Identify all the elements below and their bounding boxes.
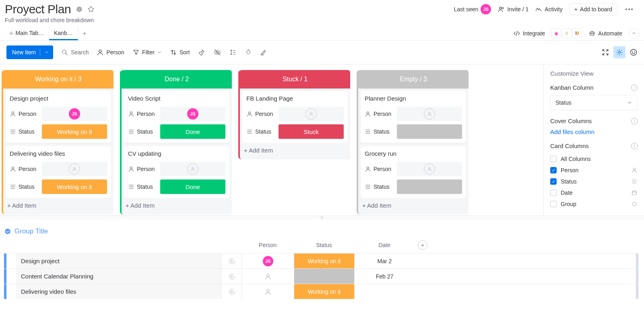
add-item-button[interactable]: + Add Item [240,143,350,157]
checkbox-group[interactable]: Group [550,198,638,210]
card-person[interactable] [42,162,107,176]
info-icon[interactable]: i [631,143,638,149]
add-item-button[interactable]: + Add Item [3,198,114,212]
automate-button[interactable]: Automate [588,30,622,37]
last-seen[interactable]: Last seen JS [454,4,491,14]
checkbox-person[interactable]: Person [550,165,638,176]
card-title: Design project [10,95,107,102]
star-icon[interactable] [87,5,95,13]
card-status[interactable]: Working on it [42,124,107,139]
kanban-card[interactable]: Delivering video filesPersonStatusWorkin… [6,146,111,198]
add-comment-button[interactable] [221,284,242,299]
card-person[interactable]: JS [160,107,225,121]
checkbox-status[interactable]: Status [550,176,638,187]
table-row[interactable]: Content Calendar PlanningFeb 27 [4,268,638,284]
cell-status[interactable] [294,269,354,284]
card-person[interactable]: JS [42,107,107,121]
info-icon[interactable]: i [631,118,638,124]
column-header[interactable]: Working on it / 3 [3,70,114,89]
card-person[interactable] [160,162,225,176]
filter-button[interactable]: Filter [132,49,162,56]
collapse-icon[interactable] [601,48,609,56]
card-person[interactable] [397,162,462,176]
add-files-column-link[interactable]: Add files column [550,128,638,135]
add-item-button[interactable]: + Add Item [122,198,232,212]
card-status[interactable]: Working on it [42,179,107,194]
kanban-card[interactable]: FB Landing PagePersonStatusStuck [242,91,348,143]
status-label: Status [10,128,39,135]
add-comment-button[interactable] [221,269,242,284]
cell-person[interactable] [242,284,294,299]
card-person[interactable] [279,107,344,121]
add-to-board-button[interactable]: + Add to board [569,3,617,15]
column-header[interactable]: Empty / 3 [358,70,469,89]
sort-button[interactable]: Sort [170,49,190,56]
kanban-column-select[interactable]: Status [550,95,638,110]
card-status[interactable]: Stuck [279,124,344,139]
cell-status[interactable]: Working on it [294,254,354,268]
card-person[interactable] [397,107,462,121]
kanban-card[interactable]: Planner DesignPersonStatus [361,91,466,143]
view-settings-button[interactable] [613,46,625,58]
collapse-group-icon[interactable] [4,228,11,235]
avatar: JS [481,4,491,14]
info-icon[interactable]: i [76,6,83,13]
invite-button[interactable]: Invite / 1 [497,6,528,13]
collapse-header-button[interactable] [629,28,639,39]
item-name[interactable]: Content Calendar Planning [16,269,221,284]
column-header[interactable]: Done / 2 [122,70,232,89]
cell-date[interactable] [354,284,415,299]
kanban-card[interactable]: Grocery runPersonStatus [361,146,466,198]
add-comment-button[interactable] [221,254,242,268]
conversation-icon[interactable] [630,48,638,56]
kanban-card[interactable]: CV updatingPersonStatusDone [124,146,229,198]
info-icon[interactable]: i [631,85,638,91]
kanban-card[interactable]: Video ScriptPersonJSStatusDone [124,91,229,143]
card-status[interactable]: Done [160,124,225,139]
item-name[interactable]: Delivering video files [16,284,221,299]
height-icon[interactable] [229,49,237,56]
card-status[interactable] [397,124,462,139]
board-title[interactable]: Proyect Plan [5,2,71,16]
status-icon [631,178,638,185]
table-row[interactable]: Design projectJSWorking on itMar 2 [4,253,638,268]
pin-icon[interactable] [198,49,205,56]
cell-person[interactable] [242,269,294,284]
split-drag-handle[interactable]: ⠿ [0,215,644,219]
col-status[interactable]: Status [294,242,354,248]
add-item-button[interactable]: + Add Item [358,198,469,212]
item-name[interactable]: Design project [16,254,221,268]
table-row[interactable]: Delivering video filesWorking on it [4,284,638,299]
more-menu-icon[interactable] [624,8,634,10]
cell-date[interactable]: Mar 2 [354,254,415,268]
col-date[interactable]: Date [354,242,415,248]
add-view-button[interactable]: + [78,27,91,40]
integrate-button[interactable]: Integrate [513,30,545,37]
person-filter[interactable]: Person [97,49,124,56]
cell-date[interactable]: Feb 27 [354,269,415,284]
integration-icon-1[interactable]: ◉ [551,29,561,38]
col-person[interactable]: Person [242,242,294,248]
search-button[interactable]: Search [61,49,89,56]
cell-status[interactable]: Working on it [294,284,354,299]
activity-button[interactable]: Activity [535,6,562,13]
gmail-icon[interactable]: M [572,29,582,38]
new-item-button[interactable]: New Item [6,45,53,59]
column-header[interactable]: Stuck / 1 [240,70,350,89]
tab-kanban[interactable]: Kanb… [49,27,78,40]
checkbox-date[interactable]: Date [550,187,638,198]
svg-point-20 [310,112,312,114]
add-column-button[interactable]: + [418,240,427,250]
card-status[interactable] [397,179,462,194]
svg-point-25 [633,168,635,170]
color-icon[interactable] [245,49,252,56]
edit-icon[interactable] [260,49,267,56]
group-title[interactable]: Group Title [14,227,48,235]
hide-icon[interactable] [213,49,221,56]
tab-main[interactable]: Main Tab… [5,27,49,40]
card-status[interactable]: Done [160,179,225,194]
kanban-card[interactable]: Design projectPersonJSStatusWorking on i… [6,91,111,143]
slack-icon[interactable]: # [562,29,572,38]
cell-person[interactable]: JS [242,254,294,268]
checkbox-all-columns[interactable]: All Columns [550,153,638,165]
